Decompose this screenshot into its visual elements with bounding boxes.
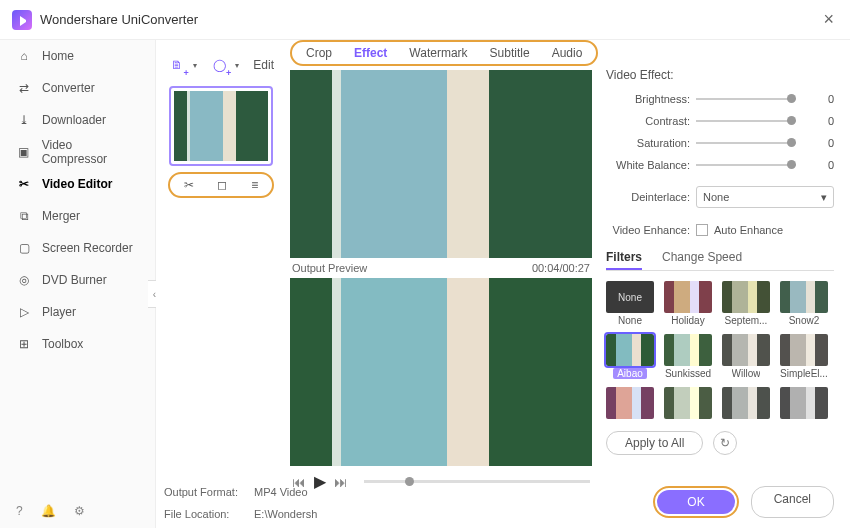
playback-track[interactable] xyxy=(364,480,590,483)
edit-button[interactable]: Edit xyxy=(253,58,274,72)
filter-aibao[interactable]: Aibao xyxy=(606,334,654,379)
tab-watermark[interactable]: Watermark xyxy=(409,46,467,60)
enhance-label: Video Enhance: xyxy=(606,224,690,236)
apply-all-button[interactable]: Apply to All xyxy=(606,431,703,455)
sidebar: ⌂Home ⇄Converter ⤓Downloader ▣Video Comp… xyxy=(0,40,156,528)
auto-enhance-checkbox[interactable] xyxy=(696,224,708,236)
saturation-slider[interactable] xyxy=(696,142,796,144)
chevron-down-icon: ▾ xyxy=(821,191,827,204)
playback-knob[interactable] xyxy=(405,477,414,486)
close-icon[interactable]: × xyxy=(819,5,838,34)
sidebar-item-recorder[interactable]: ▢Screen Recorder xyxy=(0,232,155,264)
saturation-label: Saturation: xyxy=(606,137,690,149)
filter-extra-2[interactable] xyxy=(664,387,712,419)
filter-none[interactable]: NoneNone xyxy=(606,281,654,326)
saturation-value: 0 xyxy=(804,137,834,149)
downloader-icon: ⤓ xyxy=(16,113,32,127)
home-icon: ⌂ xyxy=(16,49,32,63)
next-frame-button[interactable]: ⏭ xyxy=(334,474,348,490)
effect-tabs: Crop Effect Watermark Subtitle Audio xyxy=(290,40,598,66)
thumbnail-image xyxy=(174,91,268,161)
workspace: 🗎+ ▾ ◯+ ▾ Edit ✂ ◻ ≡ Output Format:MP4 V… xyxy=(156,40,286,528)
filter-willow[interactable]: Willow xyxy=(722,334,770,379)
output-preview xyxy=(290,278,592,466)
add-file-button[interactable]: 🗎+ xyxy=(168,54,187,76)
filter-snow2[interactable]: Snow2 xyxy=(780,281,828,326)
deinterlace-label: Deinterlace: xyxy=(606,191,690,203)
filter-simpleel[interactable]: SimpleEl... xyxy=(780,334,828,379)
filter-september[interactable]: Septem... xyxy=(722,281,770,326)
video-effect-title: Video Effect: xyxy=(606,68,834,82)
app-title: Wondershare UniConverter xyxy=(40,12,198,27)
chevron-down-icon[interactable]: ▾ xyxy=(193,61,197,70)
tab-audio[interactable]: Audio xyxy=(552,46,583,60)
tab-subtitle[interactable]: Subtitle xyxy=(490,46,530,60)
filter-holiday[interactable]: Holiday xyxy=(664,281,712,326)
filters-grid: NoneNone Holiday Septem... Snow2 Aibao S… xyxy=(606,281,834,419)
dvd-icon: ◎ xyxy=(16,273,32,287)
reset-icon[interactable]: ↻ xyxy=(713,431,737,455)
menu-icon[interactable]: ≡ xyxy=(251,178,258,192)
sidebar-item-dvd[interactable]: ◎DVD Burner xyxy=(0,264,155,296)
clip-icon: ◯ xyxy=(213,58,226,72)
source-preview xyxy=(290,70,592,258)
editor-icon: ✂ xyxy=(16,177,32,191)
brightness-label: Brightness: xyxy=(606,93,690,105)
trim-icon[interactable]: ✂ xyxy=(184,178,194,192)
settings-icon[interactable]: ⚙ xyxy=(74,504,85,518)
white-balance-value: 0 xyxy=(804,159,834,171)
sidebar-item-downloader[interactable]: ⤓Downloader xyxy=(0,104,155,136)
bell-icon[interactable]: 🔔 xyxy=(41,504,56,518)
contrast-slider[interactable] xyxy=(696,120,796,122)
compressor-icon: ▣ xyxy=(16,145,32,159)
output-format-value[interactable]: MP4 Video xyxy=(254,486,308,498)
auto-enhance-label: Auto Enhance xyxy=(714,224,783,236)
sidebar-item-player[interactable]: ▷Player xyxy=(0,296,155,328)
sidebar-item-converter[interactable]: ⇄Converter xyxy=(0,72,155,104)
file-location-label: File Location: xyxy=(164,508,244,520)
white-balance-label: White Balance: xyxy=(606,159,690,171)
white-balance-slider[interactable] xyxy=(696,164,796,166)
file-location-value[interactable]: E:\Wondersh xyxy=(254,508,317,520)
sidebar-item-compressor[interactable]: ▣Video Compressor xyxy=(0,136,155,168)
file-icon: 🗎 xyxy=(171,58,183,72)
cancel-button[interactable]: Cancel xyxy=(751,486,834,518)
preview-time: 00:04/00:27 xyxy=(532,262,590,274)
sidebar-item-merger[interactable]: ⧉Merger xyxy=(0,200,155,232)
sidebar-item-toolbox[interactable]: ⊞Toolbox xyxy=(0,328,155,360)
filter-sunkissed[interactable]: Sunkissed xyxy=(664,334,712,379)
sidebar-item-editor[interactable]: ✂Video Editor xyxy=(0,168,155,200)
app-logo xyxy=(12,10,32,30)
deinterlace-dropdown[interactable]: None▾ xyxy=(696,186,834,208)
contrast-value: 0 xyxy=(804,115,834,127)
tab-effect[interactable]: Effect xyxy=(354,46,387,60)
add-clip-button[interactable]: ◯+ xyxy=(211,54,230,76)
subtab-filters[interactable]: Filters xyxy=(606,246,642,270)
player-icon: ▷ xyxy=(16,305,32,319)
output-preview-label: Output Preview xyxy=(292,262,367,274)
brightness-slider[interactable] xyxy=(696,98,796,100)
contrast-label: Contrast: xyxy=(606,115,690,127)
filter-extra-4[interactable] xyxy=(780,387,828,419)
help-icon[interactable]: ? xyxy=(16,504,23,518)
filter-extra-3[interactable] xyxy=(722,387,770,419)
sidebar-item-home[interactable]: ⌂Home xyxy=(0,40,155,72)
brightness-value: 0 xyxy=(804,93,834,105)
filter-extra-1[interactable] xyxy=(606,387,654,419)
ok-button[interactable]: OK xyxy=(657,490,734,514)
merger-icon: ⧉ xyxy=(16,209,32,223)
output-format-label: Output Format: xyxy=(164,486,244,498)
recorder-icon: ▢ xyxy=(16,241,32,255)
tab-crop[interactable]: Crop xyxy=(306,46,332,60)
converter-icon: ⇄ xyxy=(16,81,32,95)
clip-thumbnail[interactable] xyxy=(169,86,273,166)
chevron-down-icon[interactable]: ▾ xyxy=(235,61,239,70)
subtab-change-speed[interactable]: Change Speed xyxy=(662,246,742,270)
toolbox-icon: ⊞ xyxy=(16,337,32,351)
crop-icon[interactable]: ◻ xyxy=(217,178,227,192)
